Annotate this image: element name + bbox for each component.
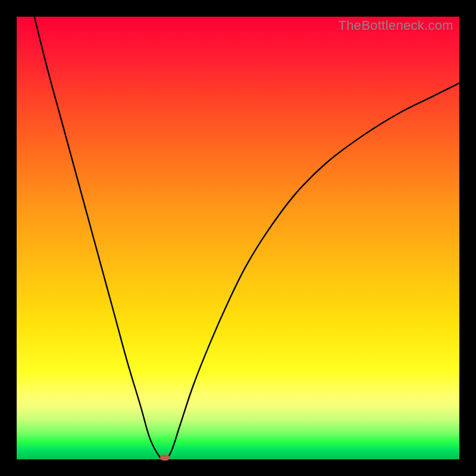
- minimum-marker: [160, 455, 170, 461]
- plot-area: TheBottleneck.com: [17, 17, 459, 459]
- chart-frame: TheBottleneck.com: [0, 0, 476, 476]
- bottleneck-curve: [17, 17, 459, 459]
